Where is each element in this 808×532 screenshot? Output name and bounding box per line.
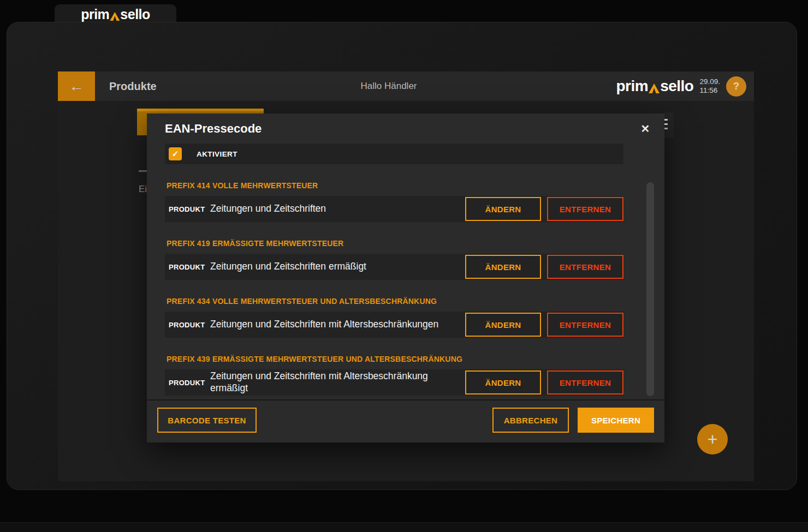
modal-footer-divider: [147, 399, 664, 401]
produkt-value: Zeitungen und Zeitschriften: [210, 203, 326, 215]
screen: prim sello ← Produkte Hallo Händler prim…: [0, 0, 808, 532]
background-text-fragment: [664, 112, 674, 138]
primasello-logo: prim sello: [81, 8, 150, 21]
datetime: 29.09. 11:56: [699, 77, 720, 95]
produkt-value: Zeitungen und Zeitschriften ermäßigt: [210, 261, 366, 273]
speichern-button[interactable]: SPEICHERN: [578, 408, 654, 433]
logo-triangle-icon: [110, 12, 120, 21]
help-button[interactable]: ?: [726, 76, 746, 97]
header-right: prim sello 29.09. 11:56 ?: [616, 71, 746, 101]
produkt-key: PRODUKT: [169, 379, 206, 387]
aktiviert-row: ✓ AKTIVIERT: [165, 144, 623, 164]
greeting-text: Hallo Händler: [326, 81, 451, 92]
logo-triangle-icon: [649, 83, 660, 93]
barcode-testen-button[interactable]: BARCODE TESTEN: [157, 408, 257, 433]
logo-text-pre: prim: [81, 8, 109, 21]
produkt-value: Zeitungen und Zeitschriften mit Altersbe…: [210, 370, 450, 394]
aendern-button-414[interactable]: ÄNDERN: [465, 197, 541, 221]
entfernen-button-414[interactable]: ENTFERNEN: [547, 197, 623, 221]
add-button[interactable]: +: [697, 424, 728, 455]
prefix-419-label: PREFIX 419 ERMÄSSIGTE MEHRWERTSTEUER: [167, 239, 343, 248]
modal-title: EAN-Pressecode: [165, 122, 262, 136]
aktiviert-label: AKTIVIERT: [197, 150, 237, 158]
background-partial-text: Ei: [139, 184, 147, 195]
aendern-button-419[interactable]: ÄNDERN: [465, 255, 541, 279]
logo-text-post: sello: [660, 79, 693, 94]
produkt-key: PRODUKT: [169, 205, 206, 213]
modal-scrollbar[interactable]: [646, 182, 654, 396]
check-icon: ✓: [172, 149, 179, 159]
aktiviert-checkbox[interactable]: ✓: [169, 147, 182, 160]
plus-icon: +: [708, 429, 718, 450]
back-button[interactable]: ←: [58, 71, 95, 101]
time-text: 11:56: [699, 86, 720, 95]
aendern-button-439[interactable]: ÄNDERN: [465, 370, 541, 394]
background-divider: [139, 170, 147, 172]
prefix-414-label: PREFIX 414 VOLLE MEHRWERTSTEUER: [167, 181, 318, 190]
entfernen-button-439[interactable]: ENTFERNEN: [547, 370, 623, 394]
entfernen-button-434[interactable]: ENTFERNEN: [547, 313, 623, 337]
produkt-key: PRODUKT: [169, 263, 206, 271]
prefix-434-label: PREFIX 434 VOLLE MEHRWERTSTEUER UND ALTE…: [167, 297, 437, 306]
question-mark-icon: ?: [733, 81, 739, 92]
prefix-439-label: PREFIX 439 ERMÄSSIGTE MEHRWERTSTEUER UND…: [167, 355, 462, 363]
close-button[interactable]: ✕: [637, 121, 653, 137]
produkt-key: PRODUKT: [169, 321, 206, 329]
aendern-button-434[interactable]: ÄNDERN: [465, 313, 541, 337]
entfernen-button-419[interactable]: ENTFERNEN: [547, 255, 623, 279]
page-title: Produkte: [109, 80, 157, 93]
app-window: ← Produkte Hallo Händler prim sello 29.0…: [7, 22, 797, 490]
back-arrow-icon: ←: [69, 78, 84, 95]
primasello-logo: prim sello: [616, 79, 693, 94]
produkt-value: Zeitungen und Zeitschriften mit Altersbe…: [210, 319, 438, 331]
bottom-strip: [0, 522, 808, 532]
close-icon: ✕: [641, 122, 650, 135]
ean-pressecode-modal: EAN-Pressecode ✕ ✓ AKTIVIERT PREFIX 414 …: [147, 113, 664, 443]
app-header: ← Produkte Hallo Händler prim sello 29.0…: [58, 71, 754, 101]
logo-text-pre: prim: [616, 79, 648, 94]
abbrechen-button[interactable]: ABBRECHEN: [492, 408, 569, 433]
logo-text-post: sello: [120, 8, 150, 21]
date-text: 29.09.: [699, 77, 720, 86]
